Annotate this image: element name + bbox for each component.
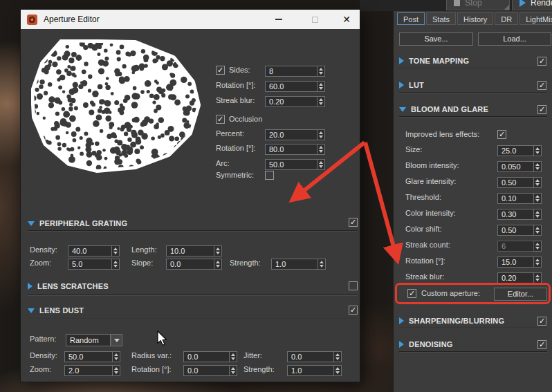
value-box[interactable]: 0.10 (497, 193, 534, 204)
save-button[interactable]: Save... (399, 32, 473, 46)
value-box[interactable]: 10.0 (166, 245, 214, 256)
pg-density-field[interactable]: 40.0 (68, 245, 120, 256)
minimize-button[interactable] (268, 10, 289, 29)
render-button[interactable]: Render (512, 0, 552, 10)
symmetric-checkbox[interactable] (265, 171, 274, 180)
value-box[interactable]: 0.50 (497, 177, 534, 188)
occlusion-checkbox[interactable] (216, 115, 225, 124)
spinner[interactable] (230, 351, 237, 362)
ld-radius-var-field[interactable]: 0.0 (183, 351, 237, 362)
maximize-button[interactable] (304, 10, 325, 29)
section-tone-mapping[interactable]: TONE MAPPING (399, 57, 469, 65)
glare-intensity-field[interactable]: 0.50 (497, 177, 542, 188)
section-lut[interactable]: LUT (399, 81, 424, 89)
spinner[interactable] (318, 144, 325, 155)
value-box[interactable]: 0.050 (497, 161, 534, 172)
value-box[interactable]: 0.50 (497, 225, 534, 236)
spinner[interactable] (534, 193, 542, 204)
value-box[interactable]: 0.30 (497, 209, 534, 220)
value-box[interactable]: 0.20 (265, 96, 318, 107)
spinner[interactable] (113, 365, 120, 376)
spinner[interactable] (534, 177, 542, 188)
dropdown-arrow-button[interactable] (111, 334, 122, 346)
pg-zoom-field[interactable]: 5.0 (68, 259, 120, 270)
spinner[interactable] (112, 259, 120, 270)
tab-stats[interactable]: Stats (426, 12, 456, 25)
spinner[interactable] (318, 81, 325, 92)
color-intensity-field[interactable]: 0.30 (497, 209, 542, 220)
value-box[interactable]: 1.0 (271, 259, 318, 270)
ld-density-field[interactable]: 50.0 (64, 351, 120, 362)
rotation-field[interactable]: 60.0 (265, 81, 325, 92)
streak-blur-field[interactable]: 0.20 (265, 96, 325, 107)
bloom-glare-enabled-checkbox[interactable] (537, 105, 546, 114)
spinner[interactable] (112, 245, 120, 256)
custom-aperture-checkbox[interactable] (407, 289, 416, 298)
section-bloom-and-glare[interactable]: BLOOM AND GLARE (399, 105, 488, 113)
spinner[interactable] (534, 209, 542, 220)
value-box[interactable]: 80.0 (265, 144, 318, 155)
lut-enabled-checkbox[interactable] (537, 81, 546, 90)
streak-blur-field[interactable]: 0.20 (497, 272, 542, 283)
spinner[interactable] (534, 272, 542, 283)
spinner[interactable] (318, 259, 326, 270)
value-box[interactable]: 1.0 (287, 365, 334, 376)
lens-dust-enabled-checkbox[interactable] (349, 306, 358, 315)
spinner[interactable] (318, 66, 325, 77)
value-box[interactable]: 50.0 (265, 159, 318, 170)
spinner[interactable] (113, 351, 120, 362)
value-box[interactable]: 0.0 (166, 259, 214, 270)
tone-mapping-enabled-checkbox[interactable] (537, 57, 546, 66)
section-sharpening-blurring[interactable]: SHARPENING/BLURRING (399, 317, 504, 325)
rotation-field[interactable]: 15.0 (497, 256, 542, 268)
tab-history[interactable]: History (457, 12, 493, 25)
value-box[interactable]: 50.0 (64, 351, 113, 362)
spinner[interactable] (334, 351, 342, 362)
value-box[interactable]: 20.0 (265, 129, 318, 140)
dropdown-value[interactable]: Random (66, 334, 111, 346)
lens-scratches-enabled-checkbox[interactable] (349, 281, 358, 290)
section-lens-dust[interactable]: LENS DUST (28, 306, 84, 315)
pattern-dropdown[interactable]: Random (66, 334, 122, 346)
value-box[interactable]: 25.0 (497, 145, 534, 156)
occlusion-rotation-field[interactable]: 80.0 (265, 144, 325, 155)
close-button[interactable]: ✕ (336, 10, 357, 29)
value-box[interactable]: 40.0 (68, 245, 112, 256)
value-box[interactable]: 60.0 (265, 81, 318, 92)
ld-rotation-field[interactable]: 0.0 (183, 365, 237, 376)
tab-post[interactable]: Post (397, 12, 425, 25)
value-box[interactable]: 5.0 (68, 259, 112, 270)
pg-slope-field[interactable]: 0.0 (166, 259, 222, 270)
spinner[interactable] (534, 225, 542, 236)
aperture-editor-button[interactable]: Editor... (494, 288, 547, 301)
spinner[interactable] (230, 365, 237, 376)
size-field[interactable]: 25.0 (497, 145, 542, 156)
load-button[interactable]: Load... (478, 32, 551, 46)
sharpening-enabled-checkbox[interactable] (537, 317, 546, 326)
ld-zoom-field[interactable]: 2.0 (64, 365, 120, 376)
spinner[interactable] (318, 96, 325, 107)
arc-field[interactable]: 50.0 (265, 159, 325, 170)
spinner[interactable] (214, 245, 222, 256)
ld-jitter-field[interactable]: 0.0 (287, 351, 342, 362)
threshold-field[interactable]: 0.10 (497, 193, 542, 204)
improved-lens-effects-checkbox[interactable] (497, 130, 506, 139)
value-box[interactable]: 0.20 (497, 272, 534, 283)
stop-button[interactable]: Stop (446, 0, 510, 10)
sides-field[interactable]: 8 (265, 66, 325, 77)
tab-lightmix[interactable]: LightMix (519, 12, 552, 25)
peripheral-grating-enabled-checkbox[interactable] (349, 218, 358, 227)
spinner[interactable] (214, 259, 222, 270)
pg-strength-field[interactable]: 1.0 (271, 259, 326, 270)
spinner[interactable] (318, 129, 325, 140)
tab-dr[interactable]: DR (495, 12, 518, 25)
bloom-intensity-field[interactable]: 0.050 (497, 161, 542, 172)
pg-length-field[interactable]: 10.0 (166, 245, 222, 256)
section-peripheral-grating[interactable]: PERIPHERAL GRATING (28, 219, 127, 227)
sides-checkbox[interactable] (216, 66, 225, 75)
value-box[interactable]: 0.0 (183, 365, 230, 376)
denoising-enabled-checkbox[interactable] (537, 340, 546, 349)
spinner[interactable] (534, 161, 542, 172)
section-lens-scratches[interactable]: LENS SCRATCHES (28, 282, 109, 290)
section-denoising[interactable]: DENOISING (399, 340, 453, 348)
